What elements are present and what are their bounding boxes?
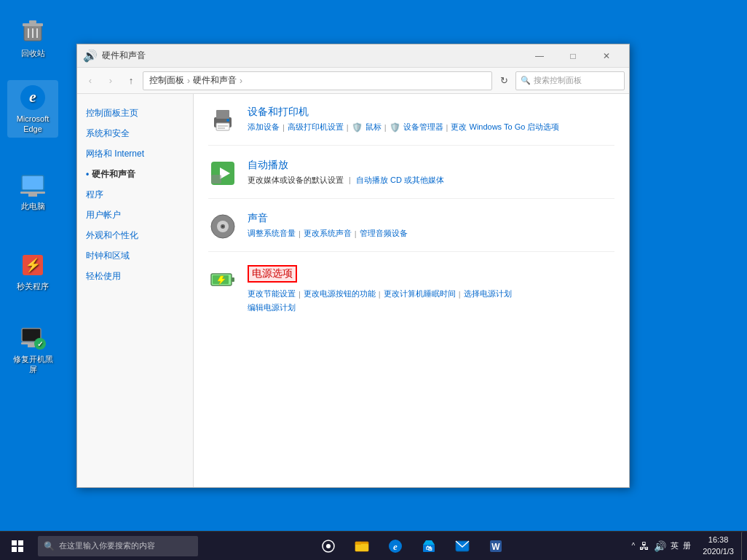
window-addressbar: ‹ › ↑ 控制面板 › 硬件和声音 › ↻ 🔍 搜索控制面板 bbox=[77, 68, 629, 94]
window-title: 硬件和声音 bbox=[102, 50, 523, 62]
device-printer-title[interactable]: 设备和打印机 bbox=[248, 106, 614, 119]
taskbar-clock[interactable]: 16:38 2020/1/3 bbox=[697, 535, 740, 557]
start-button[interactable] bbox=[0, 532, 35, 561]
link-mouse[interactable]: 鼠标 bbox=[365, 122, 382, 133]
desktop-icon-edge[interactable]: e MicrosoftEdge bbox=[7, 80, 58, 138]
power-title[interactable]: 电源选项 bbox=[248, 265, 297, 283]
taskbar-store-button[interactable]: 🛍 bbox=[414, 532, 443, 561]
svg-rect-38 bbox=[18, 547, 23, 552]
refresh-button[interactable]: ↻ bbox=[495, 72, 513, 90]
link-windows-to-go[interactable]: 更改 Windows To Go 启动选项 bbox=[451, 122, 559, 133]
sidebar-item-network[interactable]: 网络和 Internet bbox=[77, 143, 193, 164]
sidebar-item-programs[interactable]: 程序 bbox=[77, 184, 193, 205]
taskbar-taskview-button[interactable] bbox=[314, 532, 343, 561]
power-sub: 编辑电源计划 bbox=[248, 302, 614, 313]
systray-network-icon[interactable]: 🖧 bbox=[639, 540, 649, 552]
section-power: 电源选项 更改节能设置 | 更改电源按钮的功能 | 更改计算机睡眠时间 | 选择… bbox=[208, 265, 614, 323]
power-section-icon bbox=[208, 265, 237, 294]
clock-time: 16:38 bbox=[708, 535, 729, 545]
sidebar-item-clock[interactable]: 时钟和区域 bbox=[77, 245, 193, 266]
autoplay-title[interactable]: 自动播放 bbox=[248, 159, 614, 172]
link-adjust-volume[interactable]: 调整系统音量 bbox=[248, 228, 296, 239]
close-button[interactable]: ✕ bbox=[590, 44, 623, 68]
minimize-button[interactable]: — bbox=[523, 44, 556, 68]
quickclose-icon-label: 秒关程序 bbox=[17, 281, 49, 291]
window-controls: — □ ✕ bbox=[523, 44, 623, 68]
autoplay-section-icon bbox=[208, 159, 237, 188]
desktop-icon-quickclose[interactable]: ⚡ 秒关程序 bbox=[7, 248, 58, 294]
link-autoplay-cd[interactable]: 自动播放 CD 或其他媒体 bbox=[356, 176, 444, 184]
taskbar-search-text: 在这里输入你要搜索的内容 bbox=[59, 540, 155, 551]
taskbar-search-icon: 🔍 bbox=[44, 541, 55, 551]
svg-text:e: e bbox=[29, 87, 36, 106]
forward-button[interactable]: › bbox=[102, 72, 119, 90]
svg-rect-9 bbox=[20, 192, 45, 194]
address-separator-1: › bbox=[187, 76, 190, 86]
shield-icon-device-manager: 🛡️ bbox=[390, 122, 400, 133]
svg-rect-43 bbox=[355, 542, 361, 545]
sidebar-item-user[interactable]: 用户帐户 bbox=[77, 205, 193, 225]
address-path[interactable]: 控制面板 › 硬件和声音 › bbox=[143, 71, 492, 90]
svg-rect-8 bbox=[22, 176, 44, 190]
link-add-device[interactable]: 添加设备 bbox=[248, 122, 280, 133]
sidebar-item-home[interactable]: 控制面板主页 bbox=[77, 103, 193, 123]
recycle-icon-label: 回收站 bbox=[21, 48, 45, 58]
edge-icon-label: MicrosoftEdge bbox=[17, 114, 50, 135]
svg-text:W: W bbox=[491, 542, 500, 552]
taskbar-search[interactable]: 🔍 在这里输入你要搜索的内容 bbox=[38, 536, 198, 556]
sidebar-item-system[interactable]: 系统和安全 bbox=[77, 123, 193, 143]
systray-expand[interactable]: ^ bbox=[631, 542, 635, 550]
systray-volume-icon[interactable]: 🔊 bbox=[654, 540, 666, 552]
sidebar: 控制面板主页 系统和安全 网络和 Internet 硬件和声音 程序 用户帐户 … bbox=[77, 94, 194, 487]
sidebar-item-hardware: 硬件和声音 bbox=[77, 164, 193, 184]
svg-rect-32 bbox=[232, 277, 234, 282]
taskbar-word-button[interactable]: W bbox=[481, 532, 510, 561]
window-titlebar: 🔊 硬件和声音 — □ ✕ bbox=[77, 44, 629, 68]
svg-rect-19 bbox=[216, 110, 229, 119]
section-device-printer: 设备和打印机 添加设备 | 高级打印机设置 | 🛡️ 鼠标 | 🛡️ 设备管理器… bbox=[208, 106, 614, 146]
sound-body: 声音 调整系统音量 | 更改系统声音 | 管理音频设备 bbox=[248, 212, 614, 239]
sound-links: 调整系统音量 | 更改系统声音 | 管理音频设备 bbox=[248, 228, 614, 239]
address-part-controlpanel: 控制面板 bbox=[149, 74, 184, 87]
svg-point-30 bbox=[222, 226, 224, 227]
desktop-icon-recycle[interactable]: 回收站 bbox=[7, 15, 58, 61]
svg-rect-37 bbox=[12, 547, 17, 552]
desktop-icon-thispc[interactable]: 此电脑 bbox=[7, 167, 58, 214]
svg-rect-35 bbox=[12, 540, 17, 545]
back-button[interactable]: ‹ bbox=[82, 72, 99, 90]
svg-rect-26 bbox=[211, 175, 221, 184]
taskbar-edge-button[interactable]: e bbox=[381, 532, 410, 561]
link-advanced-printer[interactable]: 高级打印机设置 bbox=[288, 122, 344, 133]
sidebar-item-appearance[interactable]: 外观和个性化 bbox=[77, 225, 193, 245]
taskbar-systray: ^ 🖧 🔊 英 册 bbox=[625, 540, 697, 552]
svg-text:✓: ✓ bbox=[37, 340, 43, 348]
systray-lang[interactable]: 英 bbox=[671, 540, 679, 551]
svg-point-23 bbox=[226, 119, 229, 122]
show-desktop-button[interactable] bbox=[741, 532, 747, 561]
link-manage-audio[interactable]: 管理音频设备 bbox=[360, 228, 408, 239]
link-change-power-saving[interactable]: 更改节能设置 bbox=[248, 288, 296, 299]
svg-point-40 bbox=[326, 544, 331, 548]
link-edit-power-plan[interactable]: 编辑电源计划 bbox=[248, 303, 296, 312]
svg-rect-42 bbox=[355, 544, 368, 551]
svg-rect-36 bbox=[18, 540, 23, 545]
maximize-button[interactable]: □ bbox=[556, 44, 590, 68]
link-change-sleep-time[interactable]: 更改计算机睡眠时间 bbox=[384, 288, 456, 299]
link-choose-power-plan[interactable]: 选择电源计划 bbox=[464, 288, 512, 299]
svg-rect-21 bbox=[218, 125, 228, 127]
taskbar-explorer-button[interactable] bbox=[347, 532, 376, 561]
taskbar-mail-button[interactable] bbox=[448, 532, 477, 561]
svg-rect-15 bbox=[28, 344, 35, 347]
search-box[interactable]: 🔍 搜索控制面板 bbox=[515, 71, 625, 90]
sound-title[interactable]: 声音 bbox=[248, 212, 614, 225]
control-panel-window: 🔊 硬件和声音 — □ ✕ ‹ › ↑ 控制面板 › 硬件和声音 › ↻ 🔍 搜… bbox=[76, 44, 630, 488]
link-device-manager[interactable]: 设备管理器 bbox=[403, 122, 443, 133]
desktop-icon-fixblack[interactable]: ✓ 修复开机黑屏 bbox=[7, 320, 58, 378]
link-change-power-button[interactable]: 更改电源按钮的功能 bbox=[304, 288, 376, 299]
link-change-sound[interactable]: 更改系统声音 bbox=[304, 228, 352, 239]
sidebar-item-ease[interactable]: 轻松使用 bbox=[77, 266, 193, 286]
search-icon: 🔍 bbox=[521, 76, 531, 85]
systray-ime[interactable]: 册 bbox=[683, 540, 691, 551]
power-body: 电源选项 更改节能设置 | 更改电源按钮的功能 | 更改计算机睡眠时间 | 选择… bbox=[248, 265, 614, 313]
up-button[interactable]: ↑ bbox=[122, 72, 140, 90]
